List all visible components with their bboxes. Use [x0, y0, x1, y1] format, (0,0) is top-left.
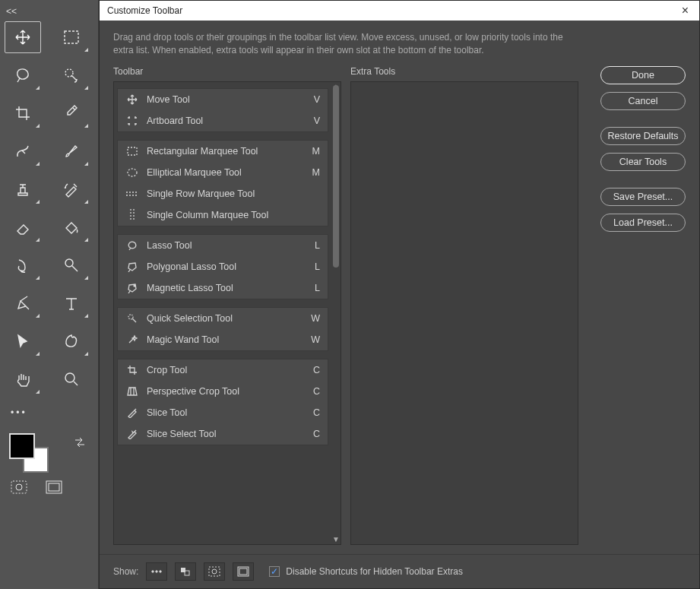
dialog-titlebar: Customize Toolbar ×: [100, 1, 699, 21]
tool-label: Perspective Crop Tool: [147, 386, 300, 397]
cancel-button[interactable]: Cancel: [600, 92, 686, 110]
extra-tools-listbox[interactable]: [350, 81, 578, 545]
slice-icon: [125, 407, 139, 419]
type-tool[interactable]: [53, 287, 90, 319]
tool-group[interactable]: Move ToolVArtboard ToolV: [117, 88, 328, 132]
svg-rect-24: [239, 568, 247, 575]
tool-row[interactable]: Elliptical Marquee ToolM: [118, 162, 328, 183]
customize-toolbar-dialog: Customize Toolbar × Drag and drop tools …: [99, 0, 700, 589]
show-quickmask-icon[interactable]: [204, 562, 225, 581]
smudge-tool[interactable]: [5, 249, 41, 281]
move-icon: [125, 93, 139, 106]
tool-row[interactable]: Move ToolV: [118, 89, 328, 110]
svg-point-5: [16, 484, 22, 490]
ellipse-marquee-icon: [125, 166, 139, 179]
tool-row[interactable]: Single Column Marquee Tool: [118, 204, 328, 226]
swap-colors-icon[interactable]: [53, 430, 94, 473]
save-preset-button[interactable]: Save Preset...: [600, 188, 686, 206]
tool-label: Move Tool: [147, 94, 300, 105]
tool-row[interactable]: Rectangular Marquee ToolM: [118, 141, 328, 162]
dodge-tool[interactable]: [53, 249, 90, 281]
tool-row[interactable]: Magnetic Lasso ToolL: [118, 277, 328, 299]
tool-shortcut: V: [308, 116, 320, 126]
restore-defaults-button[interactable]: Restore Defaults: [600, 127, 686, 145]
scroll-down-icon[interactable]: ▼: [331, 535, 340, 544]
done-button[interactable]: Done: [600, 66, 686, 84]
tool-row[interactable]: Magic Wand ToolW: [118, 329, 328, 350]
eyedropper-tool[interactable]: [53, 97, 90, 129]
svg-rect-4: [11, 481, 27, 493]
show-label: Show:: [113, 566, 138, 577]
dialog-footer: Show: ✓ Disable Shortcuts for Hidden Too…: [100, 554, 699, 588]
close-icon[interactable]: ×: [679, 5, 692, 17]
collapse-panel-icon[interactable]: <<: [5, 5, 93, 18]
show-extras-icon[interactable]: [146, 562, 167, 581]
lasso-icon: [125, 239, 139, 252]
tool-row[interactable]: Quick Selection ToolW: [118, 308, 328, 329]
scrollbar-thumb[interactable]: [333, 85, 339, 268]
toolbar-column-header: Toolbar: [113, 66, 341, 77]
tool-label: Slice Tool: [147, 407, 300, 418]
extra-tools-icon[interactable]: •••: [5, 401, 41, 424]
show-screenmode-icon[interactable]: [233, 562, 254, 581]
marquee-tool[interactable]: [53, 21, 90, 53]
shape-tool[interactable]: [53, 325, 90, 357]
scrollbar[interactable]: ▲ ▼: [331, 82, 340, 544]
dialog-description: Drag and drop tools or their groupings i…: [113, 31, 569, 57]
tool-label: Single Column Marquee Tool: [147, 210, 300, 220]
paint-bucket-tool[interactable]: [53, 211, 90, 243]
tool-row[interactable]: Single Row Marquee Tool: [118, 183, 328, 204]
load-preset-button[interactable]: Load Preset...: [600, 214, 686, 232]
eraser-tool[interactable]: [5, 211, 41, 243]
tool-group[interactable]: Lasso ToolLPolygonal Lasso ToolLMagnetic…: [117, 234, 328, 299]
color-swatches[interactable]: [5, 430, 46, 473]
slice-select-icon: [125, 428, 139, 440]
history-brush-tool[interactable]: [53, 173, 90, 205]
checkbox-icon[interactable]: ✓: [269, 566, 280, 577]
clear-tools-button[interactable]: Clear Tools: [600, 153, 686, 171]
screenmode-icon[interactable]: [46, 480, 62, 496]
tool-group[interactable]: Rectangular Marquee ToolMElliptical Marq…: [117, 140, 328, 226]
move-tool[interactable]: [5, 21, 41, 53]
tool-shortcut: W: [308, 313, 320, 324]
rect-marquee-icon: [125, 145, 139, 157]
tool-shortcut: L: [308, 283, 320, 293]
tool-row[interactable]: Lasso ToolL: [118, 235, 328, 256]
pen-tool[interactable]: [5, 287, 41, 319]
tool-shortcut: V: [308, 94, 320, 105]
tool-row[interactable]: Perspective Crop ToolC: [118, 381, 328, 402]
svg-point-22: [212, 569, 217, 574]
checkbox-label: Disable Shortcuts for Hidden Toolbar Ext…: [286, 566, 463, 577]
tool-group[interactable]: Crop ToolCPerspective Crop ToolCSlice To…: [117, 359, 328, 445]
tool-label: Single Row Marquee Tool: [147, 188, 300, 199]
svg-point-14: [134, 285, 135, 287]
show-swatches-icon[interactable]: [175, 562, 196, 581]
quick-select-tool[interactable]: [53, 59, 90, 91]
tool-row[interactable]: Polygonal Lasso ToolL: [118, 256, 328, 277]
healing-brush-tool[interactable]: [5, 135, 41, 167]
hand-tool[interactable]: [5, 363, 41, 395]
crop-tool[interactable]: [5, 97, 41, 129]
tool-row[interactable]: Slice Select ToolC: [118, 423, 328, 445]
tool-row[interactable]: Slice ToolC: [118, 402, 328, 423]
lasso-tool[interactable]: [5, 59, 41, 91]
tool-shortcut: C: [308, 365, 320, 375]
tool-row[interactable]: Crop ToolC: [118, 359, 328, 381]
svg-point-18: [160, 571, 161, 572]
path-select-tool[interactable]: [5, 325, 41, 357]
tool-shortcut: C: [308, 407, 320, 418]
disable-shortcuts-checkbox[interactable]: ✓ Disable Shortcuts for Hidden Toolbar E…: [269, 566, 463, 577]
tool-label: Polygonal Lasso Tool: [147, 261, 300, 272]
quickmask-icon[interactable]: [11, 480, 27, 496]
tool-label: Magic Wand Tool: [147, 334, 300, 345]
tool-row[interactable]: Artboard ToolV: [118, 110, 328, 131]
foreground-swatch[interactable]: [9, 433, 35, 459]
poly-lasso-icon: [125, 261, 139, 273]
brush-tool[interactable]: [53, 135, 90, 167]
clone-stamp-tool[interactable]: [5, 173, 41, 205]
magic-wand-icon: [125, 334, 139, 346]
toolbar-listbox[interactable]: Move ToolVArtboard ToolVRectangular Marq…: [113, 81, 341, 545]
tool-group[interactable]: Quick Selection ToolWMagic Wand ToolW: [117, 307, 328, 351]
zoom-tool[interactable]: [53, 363, 90, 395]
svg-point-17: [156, 571, 157, 572]
